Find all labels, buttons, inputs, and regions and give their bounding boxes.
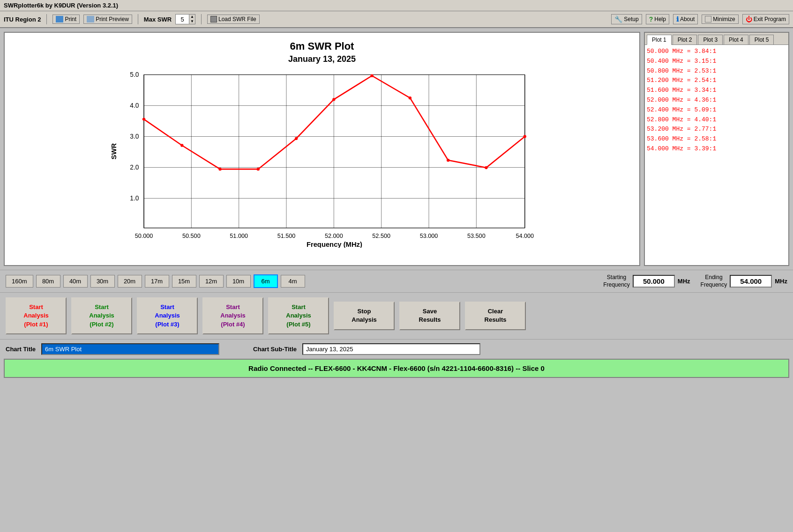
svg-point-33 bbox=[180, 144, 183, 147]
svg-text:SWR: SWR bbox=[110, 143, 118, 160]
band-btn-4m[interactable]: 4m bbox=[281, 275, 305, 288]
data-row: 51.200 MHz = 2.54:1 bbox=[647, 76, 786, 86]
band-btn-160m[interactable]: 160m bbox=[6, 275, 33, 288]
plot-tab-plot-5[interactable]: Plot 5 bbox=[749, 35, 774, 44]
svg-text:2.0: 2.0 bbox=[130, 164, 139, 171]
info-icon: ℹ bbox=[676, 15, 679, 23]
band-btn-80m[interactable]: 80m bbox=[36, 275, 60, 288]
band-area: 160m80m40m30m20m17m15m12m10m6m4m Startin… bbox=[0, 270, 793, 292]
svg-text:53.500: 53.500 bbox=[467, 233, 486, 239]
chart-title-area: Chart Title Chart Sub-Title bbox=[0, 339, 793, 359]
status-bar: Radio Connected -- FLEX-6600 - KK4CNM - … bbox=[4, 359, 789, 378]
title-bar: SWRplotter6k by K9DUR (Version 3.2.1) bbox=[0, 0, 793, 11]
band-btn-40m[interactable]: 40m bbox=[63, 275, 88, 288]
load-swr-button[interactable]: Load SWR File bbox=[207, 15, 260, 24]
spinner-arrows: ▲ ▼ bbox=[189, 15, 195, 24]
exit-button[interactable]: ⏻ Exit Program bbox=[742, 14, 789, 24]
about-label: About bbox=[680, 16, 695, 22]
data-row: 53.200 MHz = 2.77:1 bbox=[647, 125, 786, 134]
band-btn-12m[interactable]: 12m bbox=[199, 275, 224, 288]
data-row: 52.800 MHz = 4.40:1 bbox=[647, 115, 786, 125]
svg-text:3.0: 3.0 bbox=[130, 133, 139, 140]
band-btn-17m[interactable]: 17m bbox=[145, 275, 169, 288]
main-content: 6m SWR Plot January 13, 2025 5.0 bbox=[0, 28, 793, 270]
svg-text:54.000: 54.000 bbox=[516, 233, 534, 239]
spinner-up[interactable]: ▲ bbox=[189, 15, 195, 19]
sep1 bbox=[46, 14, 47, 24]
svg-text:52.500: 52.500 bbox=[372, 233, 390, 239]
help-label: Help bbox=[654, 16, 666, 22]
toolbar: ITU Region 2 Print Print Preview Max SWR… bbox=[0, 11, 793, 28]
chart-subtitle-input[interactable] bbox=[302, 343, 480, 355]
print-label: Print bbox=[65, 16, 76, 22]
plot-tab-plot-3[interactable]: Plot 3 bbox=[698, 35, 723, 44]
floppy-icon bbox=[210, 16, 217, 22]
data-row: 52.000 MHz = 4.36:1 bbox=[647, 96, 786, 105]
plot-tab-plot-4[interactable]: Plot 4 bbox=[724, 35, 748, 44]
analysis-btn-3[interactable]: StartAnalysis(Plot #3) bbox=[137, 297, 198, 334]
app-title: SWRplotter6k by K9DUR (Version 3.2.1) bbox=[4, 2, 118, 9]
print-preview-label: Print Preview bbox=[96, 16, 129, 22]
analysis-btn-6[interactable]: StopAnalysis bbox=[334, 302, 395, 330]
data-list-container[interactable]: 50.000 MHz = 3.84:150.400 MHz = 3.15:150… bbox=[645, 45, 788, 265]
help-icon: ? bbox=[649, 15, 653, 23]
print-preview-button[interactable]: Print Preview bbox=[83, 15, 132, 24]
data-row: 53.600 MHz = 2.58:1 bbox=[647, 134, 786, 144]
analysis-area: StartAnalysis(Plot #1)StartAnalysis(Plot… bbox=[0, 292, 793, 339]
svg-point-42 bbox=[524, 135, 526, 138]
analysis-btn-5[interactable]: StartAnalysis(Plot #5) bbox=[268, 297, 329, 334]
svg-text:1.0: 1.0 bbox=[130, 195, 139, 202]
svg-text:52.000: 52.000 bbox=[325, 233, 343, 239]
svg-point-32 bbox=[142, 118, 145, 120]
chart-main-title: 6m SWR Plot bbox=[290, 40, 354, 52]
svg-point-39 bbox=[409, 96, 411, 99]
data-row: 50.400 MHz = 3.15:1 bbox=[647, 57, 786, 66]
band-btn-15m[interactable]: 15m bbox=[172, 275, 196, 288]
plot-tab-plot-1[interactable]: Plot 1 bbox=[647, 35, 672, 45]
svg-point-38 bbox=[370, 74, 373, 77]
svg-point-35 bbox=[257, 168, 260, 170]
sep3 bbox=[201, 14, 202, 24]
analysis-btn-4[interactable]: StartAnalysis(Plot #4) bbox=[202, 297, 263, 334]
max-swr-input[interactable]: 5 bbox=[176, 15, 189, 23]
starting-freq-unit: MHz bbox=[678, 278, 690, 285]
status-text: Radio Connected -- FLEX-6600 - KK4CNM - … bbox=[248, 364, 545, 372]
analysis-btn-2[interactable]: StartAnalysis(Plot #2) bbox=[71, 297, 132, 334]
svg-point-40 bbox=[447, 159, 449, 162]
about-button[interactable]: ℹ About bbox=[673, 14, 698, 24]
max-swr-label: Max SWR bbox=[144, 16, 172, 23]
chart-main-subtitle: January 13, 2025 bbox=[288, 54, 356, 64]
analysis-btn-7[interactable]: SaveResults bbox=[399, 302, 460, 330]
svg-text:5.0: 5.0 bbox=[130, 71, 139, 78]
svg-rect-0 bbox=[144, 75, 525, 228]
spinner-down[interactable]: ▼ bbox=[189, 19, 195, 24]
exit-label: Exit Program bbox=[754, 16, 786, 22]
ending-freq-value: 54.000 bbox=[730, 275, 772, 288]
svg-text:51.000: 51.000 bbox=[230, 233, 248, 239]
band-btn-20m[interactable]: 20m bbox=[118, 275, 142, 288]
minimize-button[interactable]: Minimize bbox=[702, 15, 738, 24]
band-btn-30m[interactable]: 30m bbox=[90, 275, 115, 288]
svg-point-36 bbox=[295, 137, 298, 140]
svg-text:50.000: 50.000 bbox=[135, 233, 153, 239]
print-preview-icon bbox=[87, 16, 94, 22]
print-button[interactable]: Print bbox=[52, 15, 80, 24]
band-btn-10m[interactable]: 10m bbox=[226, 275, 251, 288]
chart-title-input[interactable] bbox=[41, 343, 219, 355]
help-button[interactable]: ? Help bbox=[646, 14, 669, 24]
itu-region-label: ITU Region 2 bbox=[4, 16, 41, 23]
plot-tab-plot-2[interactable]: Plot 2 bbox=[673, 35, 697, 44]
setup-button[interactable]: 🔧 Setup bbox=[611, 14, 642, 24]
svg-text:53.000: 53.000 bbox=[420, 233, 438, 239]
print-icon bbox=[56, 16, 63, 22]
band-btn-6m[interactable]: 6m bbox=[254, 274, 278, 288]
analysis-btn-8[interactable]: ClearResults bbox=[465, 302, 526, 330]
data-row: 50.800 MHz = 2.53:1 bbox=[647, 66, 786, 76]
ending-freq-label: EndingFrequency bbox=[701, 274, 727, 288]
starting-freq-value: 50.000 bbox=[633, 275, 675, 288]
data-row: 54.000 MHz = 3.39:1 bbox=[647, 144, 786, 154]
analysis-btn-1[interactable]: StartAnalysis(Plot #1) bbox=[6, 297, 67, 334]
starting-freq-label: StartingFrequency bbox=[603, 274, 630, 288]
max-swr-spinner[interactable]: 5 ▲ ▼ bbox=[175, 14, 195, 24]
exit-icon: ⏻ bbox=[746, 15, 752, 23]
